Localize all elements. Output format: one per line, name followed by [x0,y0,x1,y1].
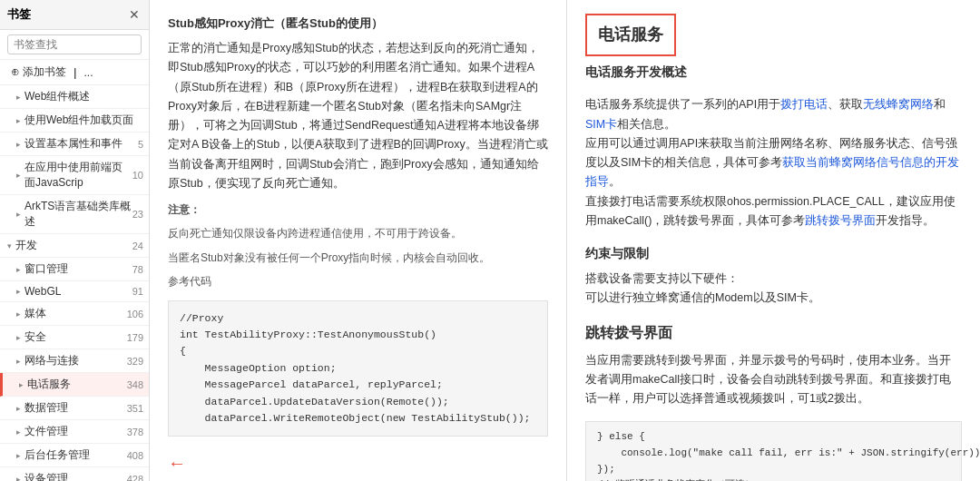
sidebar-item-label: 网络与连接 [24,353,79,368]
sidebar-arrow-icon: ▸ [16,309,21,319]
sidebar-item-count: 408 [127,450,143,461]
sidebar-item-count: 5 [138,139,143,150]
sidebar-item-device-management[interactable]: ▸设备管理428 [0,467,149,481]
sidebar-arrow-icon: ▸ [16,171,21,180]
dial-link[interactable]: 拨打电话 [780,98,828,111]
sidebar-item-label: 在应用中使用前端页面JavaScrip [24,160,132,191]
sidebar-item-label: 数据管理 [24,400,68,416]
sidebar-arrow-icon: ▸ [16,287,21,296]
right-intro: 电话服务系统提供了一系列的API用于拨打电话、获取无线蜂窝网络和SIM卡相关信息… [585,95,962,231]
search-input[interactable] [7,34,142,54]
search-box [0,30,149,60]
right-para1: 电话服务系统提供了一系列的API用于拨打电话、获取无线蜂窝网络和SIM卡相关信息… [585,95,962,134]
cellular-link[interactable]: 无线蜂窝网络 [863,98,934,111]
constraint-title: 约束与限制 [585,243,962,265]
sidebar-item-window-management[interactable]: ▸窗口管理78 [0,258,149,281]
sidebar-item-network-connection[interactable]: ▸网络与连接329 [0,349,149,373]
sidebar-item-count: 106 [127,309,143,319]
jump-para: 当应用需要跳转到拨号界面，并显示拨号的号码时，使用本业务。当开发者调用makeC… [585,351,962,409]
sidebar-item-media[interactable]: ▸媒体106 [0,302,149,326]
code-section-right: } else { console.log("make call fail, er… [585,421,962,481]
constraint-detail: 可以进行独立蜂窝通信的Modem以及SIM卡。 [585,289,962,308]
sidebar-item-webgl[interactable]: ▸WebGL91 [0,281,149,302]
sidebar-item-count: 378 [127,427,143,437]
sidebar-arrow-icon: ▸ [19,380,24,389]
sim-link[interactable]: SIM卡 [585,118,617,131]
sidebar-arrow-icon: ▸ [16,140,21,149]
right-title-section: 电话服务 电话服务开发概述 [585,14,962,83]
sidebar-toolbar: ⊕ 添加书签 | ... [0,60,149,85]
sidebar-arrow-icon: ▸ [16,210,21,219]
sidebar-item-label: 后台任务管理 [24,447,90,463]
stub-para1: 正常的消亡通知是Proxy感知Stub的状态，若想达到反向的死消亡通知，即Stu… [168,39,548,193]
sidebar-arrow-icon: ▸ [16,333,21,342]
sidebar-arrow-icon: ▸ [16,475,21,482]
close-sidebar-button[interactable]: ✕ [127,5,142,24]
sidebar-item-label: 设置基本属性和事件 [24,136,122,152]
sidebar-item-label: Web组件概述 [24,89,90,104]
sidebar-item-background-task[interactable]: ▸后台任务管理408 [0,444,149,467]
sidebar-item-use-web-component-load[interactable]: ▸使用Web组件加载页面 [0,109,149,133]
sidebar-item-count: 23 [132,209,143,220]
sidebar-arrow-icon: ▸ [16,357,21,366]
sidebar-item-count: 10 [132,170,143,181]
sidebar-item-ark-ts-base-overview[interactable]: ▸ArkTS语言基础类库概述23 [0,195,149,234]
sidebar-item-label: 文件管理 [24,424,68,439]
sidebar-item-security[interactable]: ▸安全179 [0,326,149,349]
sidebar-item-telecom-service[interactable]: ▸电话服务348 [0,373,149,397]
arrow-indicator: ← [168,447,186,478]
sidebar-item-label: 使用Web组件加载页面 [24,113,133,128]
sidebar-arrow-icon: ▸ [16,93,21,102]
sidebar-title: 书签 [7,6,31,23]
right-para2: 应用可以通过调用API来获取当前注册网络名称、网络服务状态、信号强度以及SIM卡… [585,134,962,192]
constraint-text: 搭载设备需要支持以下硬件： [585,270,962,289]
sidebar-item-develop[interactable]: ▾开发24 [0,234,149,258]
ref-label: 参考代码 [168,272,548,290]
note-label: 注意： [168,201,548,219]
sidebar-item-count: 24 [132,240,143,251]
more-options-button[interactable]: ... [80,64,96,81]
sidebar-item-use-javascript-in-app[interactable]: ▸在应用中使用前端页面JavaScrip10 [0,156,149,195]
add-bookmark-button[interactable]: ⊕ 添加书签 [7,63,70,82]
sidebar-list: ▸Web组件概述▸使用Web组件加载页面▸设置基本属性和事件5▸在应用中使用前端… [0,85,149,481]
sidebar-arrow-icon: ▸ [16,427,21,437]
sidebar-item-count: 78 [132,264,143,275]
sidebar-item-label: ArkTS语言基础类库概述 [24,199,132,230]
sidebar-item-label: WebGL [24,285,61,298]
sidebar-item-setup-basic-properties[interactable]: ▸设置基本属性和事件5 [0,133,149,156]
note-text2: 当匿名Stub对象没有被任何一个Proxy指向时候，内核会自动回收。 [168,249,548,267]
sidebar-arrow-icon: ▸ [16,265,21,274]
sidebar-actions: ✕ [127,5,142,24]
stub-section: Stub感知Proxy消亡（匿名Stub的使用） 正常的消亡通知是Proxy感知… [168,14,548,437]
sidebar-item-label: 电话服务 [27,377,71,392]
sidebar: 书签 ✕ ⊕ 添加书签 | ... ▸Web组件概述▸使用Web组件加载页面▸设… [0,0,150,481]
right-subtitle: 电话服务开发概述 [585,62,962,83]
sidebar-item-label: 安全 [24,329,46,345]
sidebar-arrow-icon: ▸ [16,451,21,460]
sidebar-item-web-component-overview[interactable]: ▸Web组件概述 [0,85,149,109]
main-title: 电话服务 [598,21,663,49]
sidebar-item-file-management[interactable]: ▸文件管理378 [0,420,149,444]
middle-panel: Stub感知Proxy消亡（匿名Stub的使用） 正常的消亡通知是Proxy感知… [150,0,567,481]
right-panel: 电话服务 电话服务开发概述 电话服务系统提供了一系列的API用于拨打电话、获取无… [567,0,980,481]
code-block-1: //Proxy int TestAbilityProxy::TestAnonym… [168,300,548,437]
sidebar-item-label: 媒体 [24,306,46,321]
jump-dial-link[interactable]: 跳转拨号界面 [805,214,876,227]
sidebar-item-count: 428 [127,474,143,482]
title-box: 电话服务 [585,14,676,56]
toolbar-separator: | [74,66,76,79]
sidebar-item-label: 设备管理 [24,471,68,481]
sidebar-item-count: 91 [132,286,143,297]
jump-section: 跳转拨号界面 当应用需要跳转到拨号界面，并显示拨号的号码时，使用本业务。当开发者… [585,320,962,408]
plus-icon: ⊕ [11,65,20,78]
sidebar-item-count: 179 [127,332,143,343]
sidebar-item-count: 348 [127,379,143,390]
sidebar-item-count: 351 [127,403,143,414]
sidebar-arrow-icon: ▾ [7,241,12,250]
sidebar-item-count: 329 [127,356,143,367]
stub-title: Stub感知Proxy消亡（匿名Stub的使用） [168,14,548,34]
sidebar-arrow-icon: ▸ [16,404,21,413]
sidebar-item-data-management[interactable]: ▸数据管理351 [0,397,149,420]
main-content: Stub感知Proxy消亡（匿名Stub的使用） 正常的消亡通知是Proxy感知… [150,0,980,481]
right-code-block: } else { console.log("make call fail, er… [585,421,962,481]
